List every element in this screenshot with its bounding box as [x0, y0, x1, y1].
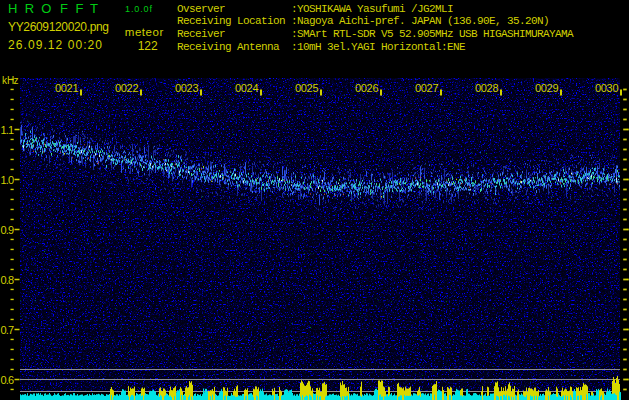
svg-text:0.8: 0.8 — [1, 274, 15, 286]
svg-text:0021: 0021 — [55, 82, 79, 94]
svg-text:0.9: 0.9 — [1, 224, 15, 236]
svg-text:0030: 0030 — [595, 82, 619, 94]
svg-text:0.6: 0.6 — [1, 374, 15, 386]
svg-text:T: T — [90, 1, 98, 16]
svg-text:H: H — [8, 1, 17, 16]
svg-text:1.0.0f: 1.0.0f — [125, 4, 152, 14]
svg-text:YY2609120020.png: YY2609120020.png — [8, 20, 109, 34]
svg-text:Receiving Location :Nagoya Aic: Receiving Location :Nagoya Aichi-pref. J… — [177, 15, 549, 27]
svg-text:z: z — [14, 75, 19, 86]
svg-text:122: 122 — [138, 39, 158, 53]
svg-text:0027: 0027 — [415, 82, 439, 94]
svg-text:0029: 0029 — [535, 82, 559, 94]
svg-text:Ovserver :YOSHIKAWA: Ovserver :YOSHIKAWA Yasufumi /JG2MLI — [177, 3, 453, 15]
svg-text:0025: 0025 — [295, 82, 319, 94]
svg-text:1.0: 1.0 — [1, 174, 15, 186]
svg-text:F: F — [60, 1, 68, 16]
svg-text:0022: 0022 — [115, 82, 139, 94]
svg-text:0.7: 0.7 — [1, 324, 15, 336]
svg-text:26.09.12 00:20: 26.09.12 00:20 — [8, 38, 102, 52]
svg-text:0026: 0026 — [355, 82, 379, 94]
svg-text:1.1: 1.1 — [1, 124, 15, 136]
svg-text:O: O — [41, 1, 51, 16]
svg-text:0023: 0023 — [175, 82, 199, 94]
svg-text:Receiver :SMArt RTL-: Receiver :SMArt RTL-SDR V5 52.905MHz USB… — [177, 28, 574, 40]
svg-text:R: R — [25, 1, 34, 16]
svg-text:0024: 0024 — [235, 82, 259, 94]
svg-text:meteor: meteor — [125, 26, 164, 38]
svg-text:F: F — [75, 1, 83, 16]
svg-text:Receiving Antenna :10mH 3el.Y: Receiving Antenna :10mH 3el.YAGI Horizon… — [177, 41, 466, 53]
svg-text:0028: 0028 — [475, 82, 499, 94]
